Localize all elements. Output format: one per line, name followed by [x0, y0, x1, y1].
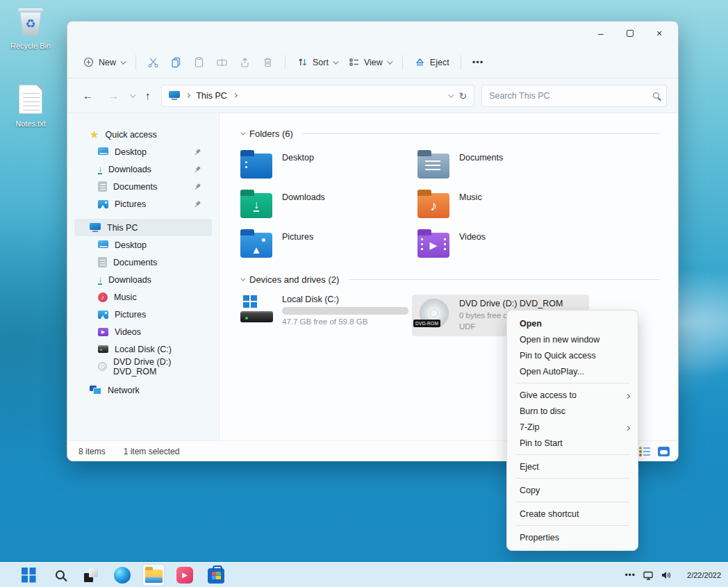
breadcrumb[interactable]: This PC ↻ — [161, 85, 474, 107]
see-more-button[interactable]: ••• — [467, 53, 490, 72]
context-menu-item-eject[interactable]: Eject — [507, 458, 638, 474]
cut-button[interactable] — [142, 52, 165, 72]
forward-button[interactable]: → — [104, 88, 123, 103]
pin-icon — [192, 147, 202, 157]
pictures-folder-icon: ▲ — [240, 233, 272, 258]
desktop-icon-recycle-bin[interactable]: ♻ Recycle Bin — [6, 7, 56, 50]
share-button[interactable] — [233, 52, 256, 72]
context-menu-item-open-autoplay[interactable]: Open AutoPlay... — [507, 363, 638, 379]
media-player-button[interactable]: ▶ — [174, 565, 195, 586]
context-menu-item-copy[interactable]: Copy — [507, 482, 638, 498]
sort-button[interactable]: Sort — [291, 52, 342, 72]
folder-name: Pictures — [282, 232, 313, 242]
paste-button[interactable] — [188, 52, 210, 72]
sidebar-label: Music — [114, 292, 137, 302]
search-box[interactable] — [481, 85, 667, 107]
text-file-icon — [19, 85, 42, 114]
sidebar-label: Videos — [115, 327, 141, 337]
sidebar-item-pictures-pinned[interactable]: Pictures — [74, 195, 212, 213]
back-button[interactable]: ← — [78, 88, 97, 103]
task-view-icon — [83, 568, 99, 583]
new-button[interactable]: New — [77, 52, 130, 72]
dvd-disc-icon: DVD-ROM — [417, 299, 451, 329]
sidebar-item-desktop[interactable]: Desktop — [74, 236, 212, 254]
folders-section-header[interactable]: Folders (6) — [240, 129, 660, 139]
sidebar-item-pictures[interactable]: Pictures — [74, 306, 212, 323]
dvd-rom-badge: DVD-ROM — [413, 320, 440, 327]
context-menu-item-create-shortcut[interactable]: Create shortcut — [507, 506, 638, 522]
hidden-icons-button[interactable]: ••• — [624, 570, 636, 580]
volume-icon[interactable] — [661, 571, 672, 579]
menu-separator — [515, 454, 629, 455]
hard-drive-icon — [240, 295, 274, 325]
menu-separator — [515, 478, 629, 479]
desktop[interactable]: ♻ Recycle Bin Notes.txt – × New — [0, 0, 728, 587]
microsoft-store-button[interactable] — [206, 565, 226, 586]
network-icon[interactable] — [643, 571, 654, 580]
context-menu-item-7zip[interactable]: 7-Zip — [507, 419, 638, 435]
context-menu-item-open[interactable]: Open — [507, 315, 638, 331]
sidebar-item-network[interactable]: Network — [74, 381, 212, 399]
context-menu-item-properties[interactable]: Properties — [507, 529, 638, 545]
maximize-button[interactable] — [615, 23, 645, 44]
sidebar-item-desktop-pinned[interactable]: Desktop — [74, 143, 212, 160]
sidebar-item-local-disk-c[interactable]: Local Disk (C:) — [74, 340, 212, 358]
sidebar-item-this-pc[interactable]: This PC — [74, 219, 212, 236]
menu-separator — [515, 525, 629, 526]
start-button[interactable] — [18, 565, 39, 586]
sidebar-item-downloads[interactable]: ↓ Downloads — [74, 271, 212, 288]
context-menu-item-pin-to-start[interactable]: Pin to Start — [507, 435, 638, 451]
toolbar-divider — [285, 55, 286, 70]
sidebar-label: Pictures — [115, 310, 146, 320]
context-menu-item-open-in-new-window[interactable]: Open in new window — [507, 331, 638, 347]
edge-browser-button[interactable] — [112, 565, 133, 586]
folder-tile-desktop[interactable]: Desktop — [240, 149, 417, 188]
address-dropdown-chevron[interactable] — [449, 92, 454, 97]
new-label: New — [99, 58, 116, 67]
copy-button[interactable] — [165, 52, 188, 72]
folder-tile-music[interactable]: ♪ Music — [417, 188, 595, 228]
eject-button[interactable]: Eject — [408, 52, 455, 72]
hard-drive-icon — [98, 345, 108, 353]
sidebar-item-dvd-drive[interactable]: DVD Drive (D:) DVD_ROM — [74, 358, 212, 375]
breadcrumb-this-pc[interactable]: This PC — [196, 91, 226, 101]
title-bar[interactable]: – × — [67, 22, 678, 47]
view-button[interactable]: View — [342, 52, 397, 72]
details-view-button[interactable] — [639, 446, 651, 456]
minimize-button[interactable]: – — [586, 23, 615, 44]
rename-button[interactable] — [210, 52, 233, 72]
context-menu-item-burn-to-disc[interactable]: Burn to disc — [507, 403, 638, 419]
file-explorer-button[interactable] — [143, 565, 164, 586]
context-menu-item-pin-to-quick-access[interactable]: Pin to Quick access — [507, 347, 638, 363]
task-view-button[interactable] — [81, 565, 101, 586]
folder-tile-documents[interactable]: Documents — [417, 149, 595, 188]
command-bar: New Sort — [67, 47, 678, 78]
up-button[interactable]: ↑ — [141, 88, 155, 103]
large-thumbnails-view-button[interactable] — [658, 447, 670, 456]
recent-locations-chevron[interactable] — [130, 92, 135, 97]
new-plus-icon — [83, 56, 94, 68]
folder-tile-videos[interactable]: ▶ Videos — [417, 228, 595, 267]
taskbar-search-button[interactable] — [49, 565, 70, 586]
drive-tile-local-disk[interactable]: Local Disk (C:) 47.7 GB free of 59.8 GB — [240, 295, 417, 336]
taskbar-clock-date[interactable]: 2/22/2022 — [679, 571, 721, 579]
close-glyph: × — [656, 28, 662, 39]
context-menu-item-give-access-to[interactable]: Give access to — [507, 387, 638, 403]
drive-name: DVD Drive (D:) DVD_ROM — [459, 299, 563, 308]
folder-tile-pictures[interactable]: ▲ Pictures — [240, 228, 417, 267]
sidebar-item-videos[interactable]: ▶ Videos — [74, 323, 212, 340]
documents-icon — [98, 181, 107, 192]
close-button[interactable]: × — [645, 23, 674, 44]
search-input[interactable] — [489, 91, 653, 101]
devices-section-header[interactable]: Devices and drives (2) — [240, 274, 660, 285]
sidebar-item-music[interactable]: ♪ Music — [74, 288, 212, 306]
delete-button[interactable] — [256, 52, 279, 72]
refresh-button[interactable]: ↻ — [458, 90, 467, 101]
desktop-icon-notes-txt[interactable]: Notes.txt — [6, 85, 56, 128]
sidebar-item-documents[interactable]: Documents — [74, 254, 212, 271]
folder-tile-downloads[interactable]: ↓ Downloads — [240, 188, 417, 228]
sidebar-item-documents-pinned[interactable]: Documents — [74, 178, 212, 195]
sidebar-item-downloads-pinned[interactable]: ↓ Downloads — [74, 160, 212, 178]
sidebar-item-quick-access[interactable]: ★ Quick access — [74, 126, 212, 143]
ellipsis-icon: ••• — [472, 57, 484, 67]
